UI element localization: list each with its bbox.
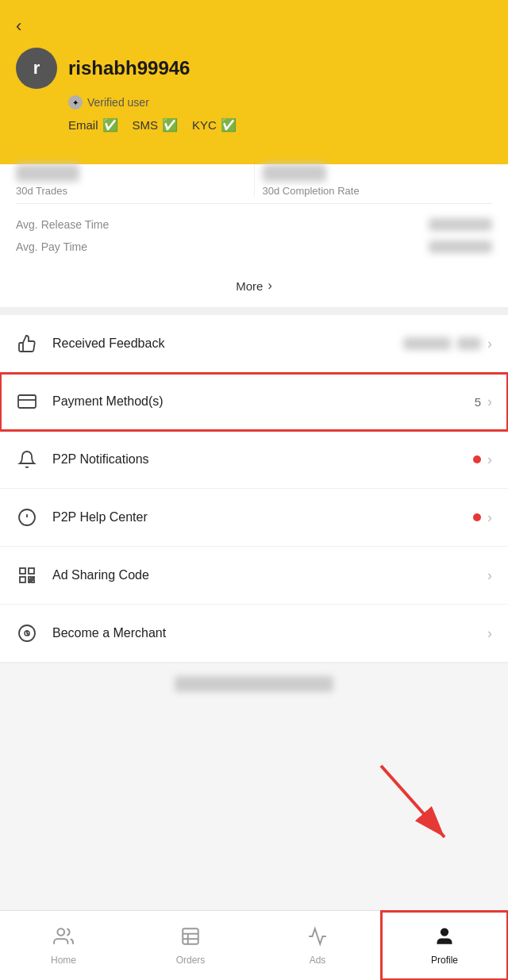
- feedback-value-blur2: [457, 337, 481, 350]
- email-label: Email: [68, 118, 98, 132]
- verified-row: ✦ Verified user: [16, 95, 492, 110]
- completion-stat: 30d Completion Rate: [263, 164, 493, 197]
- payment-count-badge: 5: [475, 395, 481, 409]
- more-button[interactable]: More ›: [16, 267, 492, 307]
- avg-release-label: Avg. Release Time: [16, 218, 109, 231]
- become-merchant-label: Become a Merchant: [52, 626, 487, 640]
- tab-orders-label: Orders: [176, 955, 206, 966]
- tab-home[interactable]: Home: [0, 911, 127, 980]
- home-icon: [53, 926, 74, 951]
- payment-icon: [16, 390, 38, 413]
- section-divider: [0, 307, 508, 315]
- sms-label: SMS: [133, 118, 159, 132]
- trades-stat: 30d Trades: [16, 164, 246, 197]
- merchant-icon: [16, 622, 38, 644]
- payment-methods-label: Payment Method(s): [52, 394, 475, 409]
- profile-icon: [434, 926, 455, 951]
- notifications-arrow-icon: ›: [487, 452, 492, 468]
- help-center-arrow-icon: ›: [487, 509, 492, 526]
- feedback-value-blur: [403, 337, 451, 350]
- help-center-icon: [16, 506, 38, 528]
- trades-label: 30d Trades: [16, 185, 246, 197]
- menu-item-payment-methods[interactable]: Payment Method(s) 5 ›: [0, 373, 508, 431]
- stats-card: 30d Trades 30d Completion Rate Avg. Rele…: [0, 147, 508, 307]
- sms-check: SMS ✅: [133, 117, 179, 133]
- stats-detail: Avg. Release Time Avg. Pay Time: [16, 203, 492, 267]
- annotation-arrow: [365, 758, 460, 853]
- tab-ads-label: Ads: [310, 955, 326, 966]
- avg-release-row: Avg. Release Time: [16, 213, 492, 236]
- orders-icon: [180, 926, 201, 951]
- tab-profile[interactable]: Profile: [381, 911, 508, 980]
- sms-check-icon: ✅: [162, 117, 178, 133]
- avg-pay-row: Avg. Pay Time: [16, 236, 492, 258]
- bell-icon: [16, 448, 38, 471]
- ad-sharing-arrow-icon: ›: [487, 567, 492, 584]
- received-feedback-label: Received Feedback: [52, 336, 403, 351]
- thumbs-up-icon: [16, 332, 38, 355]
- p2p-notifications-label: P2P Notifications: [52, 452, 473, 467]
- menu-item-received-feedback[interactable]: Received Feedback ›: [0, 315, 508, 373]
- svg-rect-11: [32, 580, 34, 582]
- username-text: rishabh99946: [68, 57, 190, 79]
- tab-ads[interactable]: Ads: [254, 911, 381, 980]
- menu-item-p2p-notifications[interactable]: P2P Notifications ›: [0, 431, 508, 489]
- check-badges-row: Email ✅ SMS ✅ KYC ✅: [16, 117, 492, 133]
- header-section: ‹ r rishabh99946 ✦ Verified user Email ✅…: [0, 0, 508, 164]
- profile-row: r rishabh99946: [16, 48, 492, 89]
- kyc-label: KYC: [192, 118, 217, 132]
- avg-pay-label: Avg. Pay Time: [16, 240, 87, 253]
- more-arrow-icon: ›: [267, 279, 271, 293]
- svg-rect-6: [29, 568, 34, 574]
- email-check: Email ✅: [68, 117, 118, 133]
- svg-point-15: [57, 928, 64, 936]
- svg-rect-7: [20, 577, 25, 582]
- more-label: More: [236, 279, 263, 293]
- menu-section: Received Feedback › Payment Method(s) 5 …: [0, 315, 508, 663]
- email-check-icon: ✅: [102, 117, 118, 133]
- svg-rect-0: [18, 395, 36, 408]
- menu-item-p2p-help-center[interactable]: P2P Help Center ›: [0, 489, 508, 547]
- completion-value-blur: [263, 164, 326, 182]
- kyc-check-icon: ✅: [221, 117, 237, 133]
- payment-arrow-icon: ›: [487, 394, 492, 410]
- stats-divider: [254, 164, 255, 197]
- qr-code-icon: [16, 564, 38, 586]
- avatar: r: [16, 48, 57, 89]
- ad-sharing-code-label: Ad Sharing Code: [52, 568, 487, 582]
- ads-icon: [307, 926, 328, 951]
- verified-badge-icon: ✦: [68, 95, 83, 110]
- back-button[interactable]: ‹: [16, 16, 21, 37]
- tab-profile-label: Profile: [431, 955, 458, 966]
- menu-item-become-merchant[interactable]: Become a Merchant ›: [0, 605, 508, 663]
- trades-value-blur: [16, 164, 79, 182]
- merchant-arrow-icon: ›: [487, 625, 492, 642]
- svg-point-20: [441, 928, 448, 936]
- svg-rect-9: [33, 577, 34, 578]
- banner-text-blur: [175, 676, 333, 692]
- svg-rect-5: [20, 568, 25, 574]
- menu-item-ad-sharing-code[interactable]: Ad Sharing Code ›: [0, 547, 508, 605]
- tab-bar: Home Orders Ads Profile: [0, 910, 508, 980]
- help-center-dot: [473, 513, 481, 521]
- tab-home-label: Home: [51, 955, 76, 966]
- completion-label: 30d Completion Rate: [263, 185, 493, 197]
- kyc-check: KYC ✅: [192, 117, 237, 133]
- bottom-banner[interactable]: [0, 663, 508, 705]
- avg-pay-value-blur: [429, 240, 492, 253]
- notification-dot: [473, 455, 481, 463]
- avg-release-value-blur: [429, 218, 492, 231]
- tab-orders[interactable]: Orders: [127, 911, 254, 980]
- stats-top-row: 30d Trades 30d Completion Rate: [16, 164, 492, 197]
- svg-rect-10: [29, 581, 30, 582]
- feedback-arrow-icon: ›: [487, 336, 492, 352]
- svg-rect-8: [29, 577, 31, 579]
- svg-rect-16: [183, 928, 198, 944]
- verified-label: Verified user: [87, 96, 149, 109]
- p2p-help-center-label: P2P Help Center: [52, 510, 473, 525]
